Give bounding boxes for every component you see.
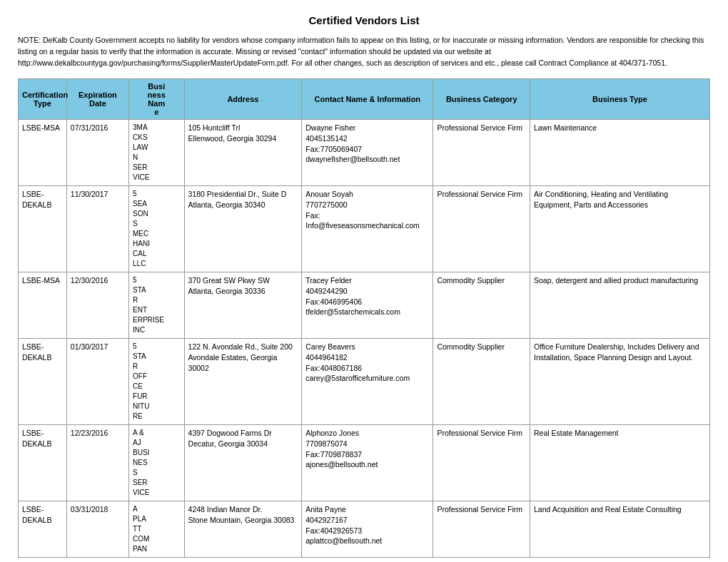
cell-exp-date: 11/30/2017 [66, 186, 128, 272]
cell-cert-type: LSBE-MSA [19, 120, 67, 186]
cell-biz-type: Land Acquisition and Real Estate Consult… [530, 501, 710, 558]
header-biz-name: BusinessName [129, 79, 185, 120]
page-title: Certified Vendors List [18, 14, 710, 26]
table-row: LSBE-DEKALB11/30/20175 SEA SON S MEC HAN… [19, 186, 710, 272]
cell-cert-type: LSBE-DEKALB [19, 339, 67, 425]
cell-exp-date: 12/30/2016 [66, 272, 128, 339]
cell-biz-name: 5 STA R ENT ERPRISE INC [129, 272, 185, 339]
cell-category: Professional Service Firm [433, 120, 530, 186]
table-row: LSBE-MSA12/30/20165 STA R ENT ERPRISE IN… [19, 272, 710, 339]
cell-biz-type: Air Conditioning, Heating and Ventilatin… [530, 186, 710, 272]
cell-contact: Alphonzo Jones 7709875074 Fax:7709878837… [302, 425, 433, 501]
cell-address: 122 N. Avondale Rd., Suite 200 Avondale … [184, 339, 302, 425]
header-address: Address [184, 79, 302, 120]
cell-cert-type: LSBE-MSA [19, 272, 67, 339]
cell-address: 4397 Dogwood Farms Dr Decatur, Georgia 3… [184, 425, 302, 501]
cell-biz-name: 5 STA R OFF CE FUR NITU RE [129, 339, 185, 425]
cell-address: 370 Great SW Pkwy SW Atlanta, Georgia 30… [184, 272, 302, 339]
cell-biz-name: A PLA TT COM PAN [129, 501, 185, 558]
cell-category: Professional Service Firm [433, 425, 530, 501]
cell-address: 4248 Indian Manor Dr. Stone Mountain, Ge… [184, 501, 302, 558]
cell-contact: Anouar Soyah 7707275000 Fax: Info@fivese… [302, 186, 433, 272]
cell-category: Professional Service Firm [433, 186, 530, 272]
cell-biz-name: 3MA CKS LAW N SER VICE [129, 120, 185, 186]
cell-biz-name: 5 SEA SON S MEC HANI CAL LLC [129, 186, 185, 272]
cell-cert-type: LSBE-DEKALB [19, 501, 67, 558]
header-cert-type: Certification Type [19, 79, 67, 120]
cell-address: 105 Huntcliff Trl Ellenwood, Georgia 302… [184, 120, 302, 186]
cell-category: Commodity Supplier [433, 272, 530, 339]
cell-cert-type: LSBE-DEKALB [19, 425, 67, 501]
cell-exp-date: 07/31/2016 [66, 120, 128, 186]
table-row: LSBE-MSA07/31/20163MA CKS LAW N SER VICE… [19, 120, 710, 186]
cell-address: 3180 Presidential Dr., Suite D Atlanta, … [184, 186, 302, 272]
header-exp-date: Expiration Date [66, 79, 128, 120]
cell-cert-type: LSBE-DEKALB [19, 186, 67, 272]
cell-category: Professional Service Firm [433, 501, 530, 558]
table-row: LSBE-DEKALB12/23/2016A & AJ BUSI NES S S… [19, 425, 710, 501]
cell-biz-type: Soap, detergent and allied product manuf… [530, 272, 710, 339]
header-biz-type: Business Type [530, 79, 710, 120]
disclaimer-note: NOTE: DeKalb County Government accepts n… [18, 35, 710, 68]
header-contact: Contact Name & Information [302, 79, 433, 120]
cell-biz-type: Real Estate Management [530, 425, 710, 501]
cell-contact: Carey Beavers 4044964182 Fax:4048067186 … [302, 339, 433, 425]
cell-exp-date: 03/31/2018 [66, 501, 128, 558]
cell-exp-date: 01/30/2017 [66, 339, 128, 425]
cell-contact: Tracey Felder 4049244290 Fax:4046995406 … [302, 272, 433, 339]
cell-contact: Dwayne Fisher 4045135142 Fax:7705069407 … [302, 120, 433, 186]
table-row: LSBE-DEKALB03/31/2018A PLA TT COM PAN424… [19, 501, 710, 558]
cell-contact: Anita Payne 4042927167 Fax:4042926573 ap… [302, 501, 433, 558]
table-row: LSBE-DEKALB01/30/20175 STA R OFF CE FUR … [19, 339, 710, 425]
cell-biz-type: Office Furniture Dealership, Includes De… [530, 339, 710, 425]
header-category: Business Category [433, 79, 530, 120]
cell-exp-date: 12/23/2016 [66, 425, 128, 501]
cell-biz-type: Lawn Maintenance [530, 120, 710, 186]
cell-biz-name: A & AJ BUSI NES S SER VICE [129, 425, 185, 501]
vendors-table: Certification Type Expiration Date Busin… [18, 78, 710, 558]
cell-category: Commodity Supplier [433, 339, 530, 425]
